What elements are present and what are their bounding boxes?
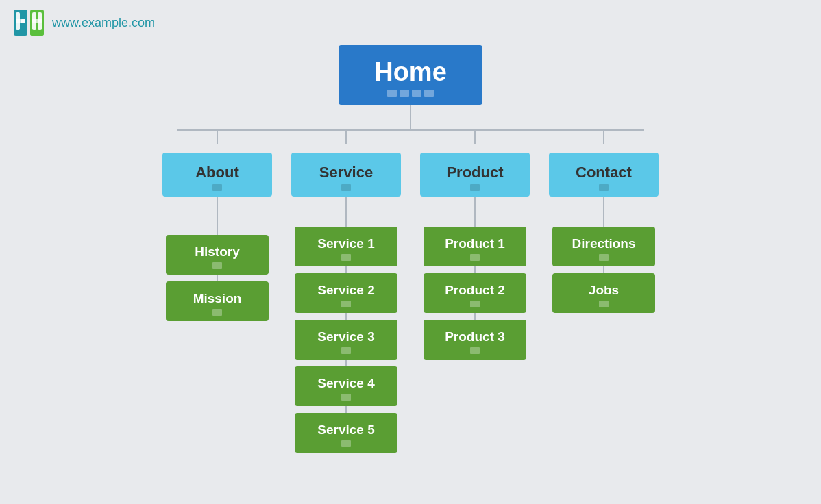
- service5-label: Service 5: [302, 423, 391, 438]
- home-wrapper: Home: [88, 45, 733, 105]
- history-label: History: [173, 244, 262, 260]
- svg-rect-6: [16, 19, 25, 23]
- product-mini: [427, 184, 523, 191]
- home-mini-icons: [352, 90, 469, 97]
- service5-mini: [302, 440, 391, 447]
- contact-mini: [556, 184, 652, 191]
- service2-label: Service 2: [302, 283, 391, 298]
- logo-icon: [14, 10, 44, 36]
- node-service5[interactable]: Service 5: [295, 413, 397, 453]
- mission-label: Mission: [173, 291, 262, 306]
- product1-label: Product 1: [430, 236, 519, 251]
- service1-mini: [302, 254, 391, 261]
- column-about: About History Mission: [162, 131, 272, 453]
- diagram-wrapper: Home About: [88, 45, 733, 453]
- columns-row: About History Mission: [88, 131, 733, 453]
- node-jobs[interactable]: Jobs: [552, 273, 655, 313]
- service-label: Service: [298, 164, 394, 181]
- mini-icon-4: [424, 90, 434, 97]
- service4-icon: [341, 394, 351, 401]
- service4-mini: [302, 394, 391, 401]
- home-vline: [410, 105, 411, 129]
- service-icon-1: [341, 184, 351, 191]
- jobs-label: Jobs: [559, 283, 648, 298]
- product-label: Product: [427, 164, 523, 181]
- home-label: Home: [352, 58, 469, 87]
- product-icon-1: [470, 184, 480, 191]
- service3-label: Service 3: [302, 329, 391, 344]
- product2-label: Product 2: [430, 283, 519, 298]
- contact-label: Contact: [556, 164, 652, 181]
- contact-icon-1: [599, 184, 609, 191]
- product2-icon: [470, 301, 480, 307]
- history-mini: [173, 262, 262, 269]
- mini-icon-2: [400, 90, 409, 97]
- about-label: About: [169, 164, 265, 181]
- vline-service2: [345, 205, 347, 218]
- history-icon: [212, 262, 222, 269]
- about-icon-1: [212, 184, 222, 191]
- node-about[interactable]: About: [162, 153, 272, 197]
- service2-mini: [302, 301, 391, 307]
- node-product2[interactable]: Product 2: [424, 273, 526, 313]
- product3-mini: [430, 347, 519, 354]
- node-contact[interactable]: Contact: [549, 153, 659, 197]
- vline-product2: [474, 205, 476, 218]
- node-service2[interactable]: Service 2: [295, 273, 397, 313]
- jobs-mini: [559, 301, 648, 307]
- site-url: www.example.com: [52, 16, 155, 30]
- node-product1[interactable]: Product 1: [424, 227, 526, 266]
- product2-mini: [430, 301, 519, 307]
- vline-contact: [603, 131, 604, 144]
- product3-icon: [470, 347, 480, 354]
- contact-children: Directions Jobs: [552, 227, 655, 313]
- about-children: History Mission: [166, 235, 269, 321]
- node-home[interactable]: Home: [339, 45, 482, 105]
- mini-icon-1: [387, 90, 397, 97]
- service-children: Service 1 Service 2 Service 3: [295, 227, 397, 453]
- directions-mini: [559, 254, 648, 261]
- vline-service: [345, 131, 347, 144]
- node-service4[interactable]: Service 4: [295, 366, 397, 406]
- service3-mini: [302, 347, 391, 354]
- product1-icon: [470, 254, 480, 261]
- directions-icon: [599, 254, 609, 261]
- product-children: Product 1 Product 2 Product 3: [424, 227, 526, 360]
- service5-icon: [341, 440, 351, 447]
- service1-label: Service 1: [302, 236, 391, 251]
- vline-contact2: [603, 205, 604, 218]
- svg-rect-9: [32, 19, 42, 23]
- column-product: Product Product 1 Product 2: [420, 131, 530, 453]
- about-mini: [169, 184, 265, 191]
- mission-mini: [173, 309, 262, 316]
- service2-icon: [341, 301, 351, 307]
- mission-icon: [212, 309, 222, 316]
- directions-label: Directions: [559, 236, 648, 251]
- header: www.example.com: [0, 0, 821, 45]
- jobs-icon: [599, 301, 609, 307]
- vline-product: [474, 131, 476, 144]
- vline-about2: [217, 205, 218, 218]
- mini-icon-3: [412, 90, 421, 97]
- node-product[interactable]: Product: [420, 153, 530, 197]
- service1-icon: [341, 254, 351, 261]
- node-service3[interactable]: Service 3: [295, 320, 397, 360]
- node-service1[interactable]: Service 1: [295, 227, 397, 266]
- column-contact: Contact Directions Jobs: [549, 131, 659, 453]
- node-directions[interactable]: Directions: [552, 227, 655, 266]
- node-service[interactable]: Service: [291, 153, 401, 197]
- vline-about: [217, 131, 218, 144]
- product3-label: Product 3: [430, 329, 519, 344]
- product1-mini: [430, 254, 519, 261]
- node-mission[interactable]: Mission: [166, 281, 269, 321]
- node-product3[interactable]: Product 3: [424, 320, 526, 360]
- service4-label: Service 4: [302, 376, 391, 391]
- service3-icon: [341, 347, 351, 354]
- node-history[interactable]: History: [166, 235, 269, 275]
- column-service: Service Service 1 Service 2: [291, 131, 401, 453]
- service-mini: [298, 184, 394, 191]
